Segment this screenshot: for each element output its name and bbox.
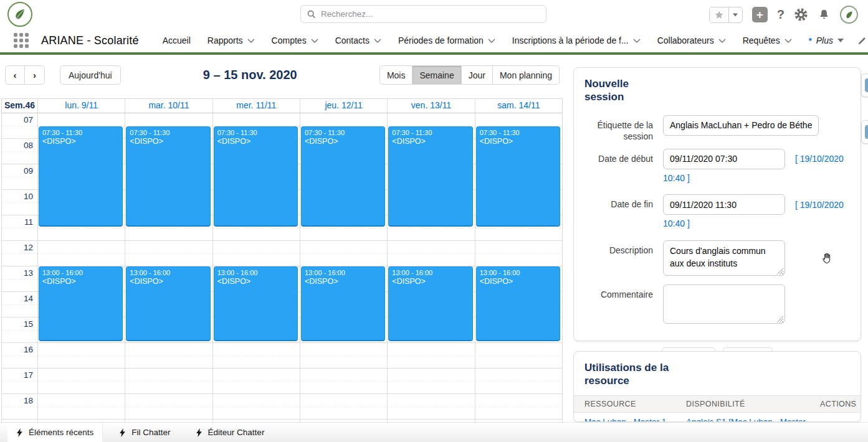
table-header-row: RESSOURCEDISPONIBILITÉACTIONS <box>574 395 861 413</box>
search-input[interactable] <box>321 9 540 19</box>
field-label-description: Description <box>584 240 653 278</box>
hour-cell[interactable] <box>38 343 125 369</box>
hour-cell[interactable] <box>125 343 212 369</box>
day-column[interactable]: 07:30 - 11:30<DISPO>13:00 - 16:00<DISPO> <box>37 113 125 425</box>
calendar-event[interactable]: 13:00 - 16:00<DISPO> <box>388 266 472 341</box>
favorites-dropdown-icon[interactable] <box>728 7 742 22</box>
utility-item--l-ments-r-cents[interactable]: Éléments récents <box>7 423 103 442</box>
utility-item-fil-chatter[interactable]: Fil Chatter <box>110 423 179 442</box>
hour-cell[interactable] <box>475 394 562 420</box>
app-launcher-icon[interactable] <box>14 33 29 48</box>
end-date-input[interactable] <box>663 194 785 215</box>
prev-week-button[interactable]: ‹ <box>5 65 25 85</box>
calendar-event[interactable]: 13:00 - 16:00<DISPO> <box>476 266 560 341</box>
field-label-start-date: Date de début <box>584 149 653 187</box>
bolt-icon <box>119 428 126 437</box>
hour-cell[interactable] <box>475 369 562 394</box>
edit-nav-pencil-icon[interactable] <box>857 36 867 45</box>
hour-cell[interactable] <box>475 343 562 369</box>
nav-tab-requ-tes[interactable]: Requêtes <box>743 35 792 45</box>
calendar-event[interactable]: 07:30 - 11:30<DISPO> <box>301 126 385 227</box>
nav-tab-rapports[interactable]: Rapports <box>207 35 255 45</box>
utility-item--diteur-chatter[interactable]: Éditeur Chatter <box>187 423 274 442</box>
collapsed-panel-toggle[interactable]: ‹ <box>861 120 868 144</box>
next-week-button[interactable]: › <box>25 65 45 85</box>
calendar-grid[interactable]: 07080910111213141516171807:30 - 11:30<DI… <box>2 113 562 425</box>
view-button-semaine[interactable]: Semaine <box>413 65 461 85</box>
favorites-control[interactable] <box>709 7 743 23</box>
hour-cell[interactable] <box>213 369 300 394</box>
comment-textarea[interactable] <box>663 284 785 324</box>
day-header[interactable]: sam. 14/11 <box>475 99 562 113</box>
calendar-event[interactable]: 07:30 - 11:30<DISPO> <box>39 126 123 227</box>
nav-tab-collaborateurs[interactable]: Collaborateurs <box>657 35 726 45</box>
user-avatar[interactable] <box>840 6 858 24</box>
hour-cell[interactable] <box>388 343 474 369</box>
hour-cell[interactable] <box>388 369 474 394</box>
view-button-jour[interactable]: Jour <box>462 65 493 85</box>
day-header[interactable]: lun. 9/11 <box>37 99 125 113</box>
hour-cell[interactable] <box>38 394 125 420</box>
column-header: ACTIONS <box>820 400 856 408</box>
calendar-event[interactable]: 07:30 - 11:30<DISPO> <box>388 126 472 227</box>
chevron-down-icon <box>718 39 726 43</box>
calendar-title: 9 – 15 nov. 2020 <box>121 68 379 82</box>
nav-tab-label: Plus <box>816 35 833 45</box>
calendar-event[interactable]: 13:00 - 16:00<DISPO> <box>126 266 210 341</box>
hour-cell[interactable] <box>388 394 474 420</box>
hour-row: 18 <box>2 394 37 420</box>
day-header[interactable]: jeu. 12/11 <box>300 99 387 113</box>
hour-cell[interactable] <box>213 241 300 266</box>
event-time: 13:00 - 16:00 <box>217 268 294 277</box>
notifications-bell-icon[interactable] <box>818 8 831 21</box>
day-header[interactable]: mar. 10/11 <box>125 99 212 113</box>
view-button-mois[interactable]: Mois <box>379 65 413 85</box>
day-header[interactable]: ven. 13/11 <box>387 99 474 113</box>
availability-link[interactable]: Anglais S1 [Mac Luhan - Master <box>686 417 820 423</box>
bolt-icon <box>16 428 23 437</box>
nav-tab-accueil[interactable]: Accueil <box>163 35 191 45</box>
hour-cell[interactable] <box>300 394 387 420</box>
day-column[interactable]: 07:30 - 11:30<DISPO>13:00 - 16:00<DISPO> <box>300 113 387 425</box>
description-textarea[interactable]: Cours d'anglais commun aux deux institut… <box>663 240 785 276</box>
view-button-mon-planning[interactable]: Mon planning <box>493 65 560 85</box>
hour-cell[interactable] <box>300 369 387 394</box>
nav-tab-inscriptions-la-p-riode-de-f-[interactable]: Inscriptions à la période de f... <box>512 35 641 45</box>
hour-cell[interactable] <box>38 241 125 266</box>
day-header[interactable]: mer. 11/11 <box>212 99 300 113</box>
calendar-event[interactable]: 07:30 - 11:30<DISPO> <box>126 126 210 227</box>
hour-cell[interactable] <box>125 369 212 394</box>
global-search[interactable] <box>300 5 546 23</box>
day-column[interactable]: 07:30 - 11:30<DISPO>13:00 - 16:00<DISPO> <box>387 113 474 425</box>
calendar-event[interactable]: 13:00 - 16:00<DISPO> <box>39 266 123 341</box>
hour-cell[interactable] <box>213 343 300 369</box>
nav-tab-plus[interactable]: *Plus <box>809 35 844 45</box>
resource-link[interactable]: Mac Luhan - Master 1 - <box>584 417 686 423</box>
hour-cell[interactable] <box>213 394 300 420</box>
nav-tab-p-riodes-de-formation[interactable]: Périodes de formation <box>398 35 495 45</box>
calendar-event[interactable]: 07:30 - 11:30<DISPO> <box>476 126 560 227</box>
setup-gear-icon[interactable] <box>794 7 808 22</box>
help-icon[interactable]: ? <box>777 7 785 22</box>
today-button[interactable]: Aujourd'hui <box>60 65 121 85</box>
session-label-input[interactable] <box>663 115 819 136</box>
global-add-icon[interactable]: + <box>752 7 768 22</box>
hour-cell[interactable] <box>388 241 474 266</box>
calendar-event[interactable]: 13:00 - 16:00<DISPO> <box>214 266 298 341</box>
start-date-input[interactable] <box>663 149 785 169</box>
hour-cell[interactable] <box>125 394 212 420</box>
hour-cell[interactable] <box>38 369 125 394</box>
day-column[interactable]: 07:30 - 11:30<DISPO>13:00 - 16:00<DISPO> <box>212 113 300 425</box>
day-column[interactable]: 07:30 - 11:30<DISPO>13:00 - 16:00<DISPO> <box>125 113 212 425</box>
hour-cell[interactable] <box>300 241 387 266</box>
calendar-event[interactable]: 13:00 - 16:00<DISPO> <box>301 266 385 341</box>
collapsed-panel-toggle[interactable]: ‹ <box>861 73 868 97</box>
hour-cell[interactable] <box>475 241 562 266</box>
hour-cell[interactable] <box>300 343 387 369</box>
calendar-event[interactable]: 07:30 - 11:30<DISPO> <box>214 126 298 227</box>
nav-tab-contacts[interactable]: Contacts <box>335 35 381 45</box>
hour-cell[interactable] <box>125 241 212 266</box>
favorites-star-icon[interactable] <box>710 7 728 22</box>
nav-tab-comptes[interactable]: Comptes <box>272 35 318 45</box>
day-column[interactable]: 07:30 - 11:30<DISPO>13:00 - 16:00<DISPO> <box>475 113 562 425</box>
